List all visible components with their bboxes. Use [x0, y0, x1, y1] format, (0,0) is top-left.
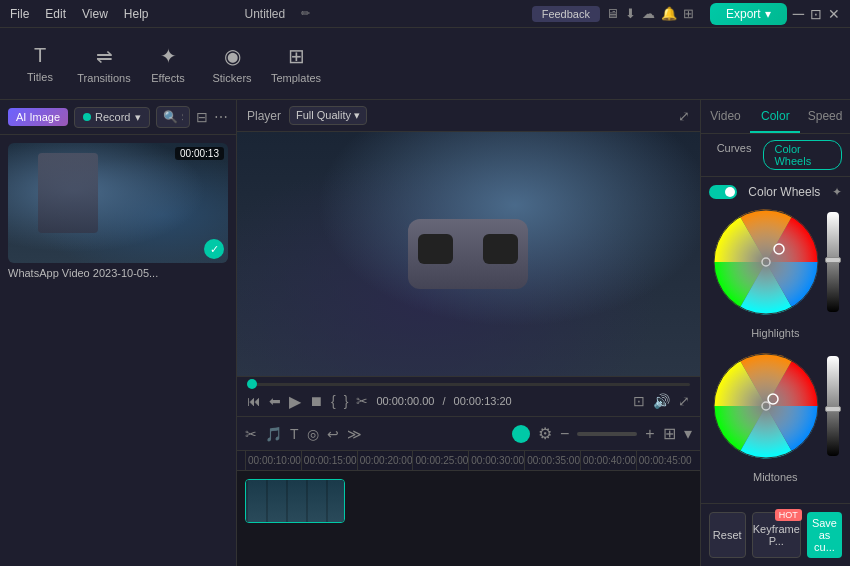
icon-cloud: ☁: [642, 6, 655, 21]
player-icon-expand[interactable]: ⤢: [678, 108, 690, 124]
effects-icon: ✦: [160, 44, 177, 68]
timeline-text-icon[interactable]: T: [290, 426, 299, 442]
reset-button[interactable]: Reset: [709, 512, 746, 558]
color-wheel-star-icon[interactable]: ✦: [832, 185, 842, 199]
menu-file[interactable]: File: [10, 7, 29, 21]
timeline-toggle-green[interactable]: [512, 425, 530, 443]
timeline-undo-icon[interactable]: ↩: [327, 426, 339, 442]
menu-view[interactable]: View: [82, 7, 108, 21]
vr-lens-left: [418, 234, 453, 264]
search-icon: 🔍: [163, 110, 178, 124]
media-label: WhatsApp Video 2023-10-05...: [8, 267, 228, 279]
highlights-wheel[interactable]: [711, 207, 821, 317]
media-item[interactable]: 00:00:13 ✓ WhatsApp Video 2023-10-05...: [8, 143, 228, 279]
toolbar-item-titles[interactable]: T Titles: [10, 32, 70, 96]
skip-back-icon[interactable]: ⏮: [247, 393, 261, 409]
fullscreen-icon[interactable]: ⤢: [678, 393, 690, 409]
stop-icon[interactable]: ⏹: [309, 393, 323, 409]
toolbar-item-effects[interactable]: ✦ Effects: [138, 32, 198, 96]
ai-image-button[interactable]: AI Image: [8, 108, 68, 126]
main-area: AI Image Record ▾ 🔍 ⊟ ⋯ 00:00:13 ✓: [0, 100, 850, 566]
timeline-grid-icon[interactable]: ⊞: [663, 424, 676, 443]
timeline-settings-icon[interactable]: ⚙: [538, 424, 552, 443]
mark-out-icon[interactable]: }: [344, 393, 349, 409]
app-title: Untitled: [245, 7, 286, 21]
midtones-wheel[interactable]: [711, 351, 821, 461]
timeline: ✂ 🎵 T ◎ ↩ ≫ ⚙ − + ⊞ ▾ 00:00:: [237, 416, 700, 566]
save-button[interactable]: Save as cu...: [807, 512, 842, 558]
subtab-curves[interactable]: Curves: [709, 140, 760, 170]
midtones-slider-thumb: [825, 406, 841, 412]
media-grid: 00:00:13 ✓ WhatsApp Video 2023-10-05...: [0, 135, 236, 566]
subtab-color-wheels[interactable]: Color Wheels: [763, 140, 842, 170]
search-input[interactable]: [182, 111, 184, 123]
stickers-icon: ◉: [224, 44, 241, 68]
tab-video[interactable]: Video: [701, 100, 751, 133]
timeline-toolbar: ✂ 🎵 T ◎ ↩ ≫ ⚙ − + ⊞ ▾: [237, 417, 700, 451]
color-wheel-toggle[interactable]: [709, 185, 737, 199]
duration-badge: 00:00:13: [175, 147, 224, 160]
center-panel: Player Full Quality ▾ ⤢: [237, 100, 700, 566]
midtones-label: Midtones: [753, 471, 798, 483]
record-button[interactable]: Record ▾: [74, 107, 149, 128]
win-maximize[interactable]: ⊡: [810, 6, 822, 22]
effects-label: Effects: [151, 72, 184, 84]
highlights-slider[interactable]: [827, 212, 839, 312]
toolbar-item-templates[interactable]: ⊞ Templates: [266, 32, 326, 96]
mark-in-icon[interactable]: {: [331, 393, 336, 409]
timeline-audio-icon[interactable]: 🎵: [265, 426, 282, 442]
tab-color[interactable]: Color: [750, 100, 800, 133]
track-clip[interactable]: [245, 479, 345, 523]
timeline-split-icon[interactable]: ✂: [245, 426, 257, 442]
tab-speed[interactable]: Speed: [800, 100, 850, 133]
highlights-label: Highlights: [751, 327, 799, 339]
win-close[interactable]: ✕: [828, 6, 840, 22]
filter-icon[interactable]: ⊟: [196, 109, 208, 125]
more-icon[interactable]: ⋯: [214, 109, 228, 125]
clip-icon[interactable]: ✂: [356, 393, 368, 409]
left-panel: AI Image Record ▾ 🔍 ⊟ ⋯ 00:00:13 ✓: [0, 100, 237, 566]
timeline-chevron-icon[interactable]: ▾: [684, 424, 692, 443]
time-separator: /: [443, 395, 446, 407]
export-button[interactable]: Export ▾: [710, 3, 787, 25]
timeline-ruler: 00:00:10:00 00:00:15:00 00:00:20:00 00:0…: [237, 451, 700, 471]
timeline-zoom-in-icon[interactable]: +: [645, 425, 654, 443]
bottom-buttons: Reset Keyframe P... HOT Save as cu...: [701, 503, 850, 566]
menu-edit[interactable]: Edit: [45, 7, 66, 21]
highlights-slider-thumb: [825, 257, 841, 263]
search-bar: 🔍: [156, 106, 191, 128]
midtones-slider[interactable]: [827, 356, 839, 456]
frame-back-icon[interactable]: ⬅: [269, 393, 281, 409]
volume-icon[interactable]: 🔊: [653, 393, 670, 409]
check-badge: ✓: [204, 239, 224, 259]
timeline-zoom-out-icon[interactable]: −: [560, 425, 569, 443]
icon-monitor: 🖥: [606, 6, 619, 21]
timeline-zoom-slider[interactable]: [577, 432, 637, 436]
play-icon[interactable]: ▶: [289, 392, 301, 411]
toolbar-item-transitions[interactable]: ⇌ Transitions: [74, 32, 134, 96]
record-chevron: ▾: [135, 111, 141, 124]
keyframe-button[interactable]: Keyframe P... HOT: [752, 512, 801, 558]
progress-bar[interactable]: [247, 383, 690, 386]
screen-icon[interactable]: ⊡: [633, 393, 645, 409]
timeline-snap-icon[interactable]: ◎: [307, 426, 319, 442]
midtones-wheel-container: Midtones: [709, 351, 842, 483]
main-toolbar: T Titles ⇌ Transitions ✦ Effects ◉ Stick…: [0, 28, 850, 100]
menu-help[interactable]: Help: [124, 7, 149, 21]
menu-bar: File Edit View Help Untitled ✏ Feedback …: [0, 0, 850, 28]
win-minimize[interactable]: ─: [793, 5, 804, 23]
transitions-icon: ⇌: [96, 44, 113, 68]
vr-lens-right: [483, 234, 518, 264]
quality-select[interactable]: Full Quality ▾: [289, 106, 367, 125]
time-current: 00:00:00.00: [376, 395, 434, 407]
right-tabs: Video Color Speed: [701, 100, 850, 134]
timeline-more-icon[interactable]: ≫: [347, 426, 362, 442]
track-clip-thumbnail: [246, 480, 344, 522]
ruler-mark-0: 00:00:10:00: [245, 451, 301, 470]
vr-headset: [408, 219, 528, 289]
feedback-btn[interactable]: Feedback: [532, 6, 600, 22]
toolbar-item-stickers[interactable]: ◉ Stickers: [202, 32, 262, 96]
ruler-mark-1: 00:00:15:00: [301, 451, 357, 470]
player-label: Player: [247, 109, 281, 123]
right-panel: Video Color Speed Curves Color Wheels Co…: [700, 100, 850, 566]
